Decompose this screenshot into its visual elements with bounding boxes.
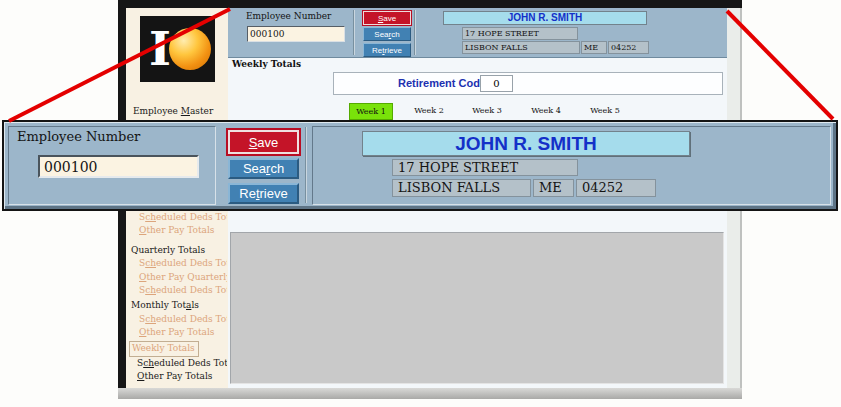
divider [353,10,355,55]
sidebar-item[interactable]: Scheduled Deds Totals [127,284,227,297]
callout-name-address-panel: JOHN R. SMITH 17 HOPE STREET LISBON FALL… [312,126,831,205]
sidebar-item[interactable]: Monthly Totals [127,299,227,312]
callout-button-column: SaveSearchRetrieve [228,130,299,204]
employee-number-label: Employee Number [246,11,331,21]
retirement-code-label: Retirement Code [398,77,486,89]
retrieve-button[interactable]: Retrieve [228,183,299,204]
divider [414,10,416,55]
sidebar-item[interactable]: Other Pay Totals [127,224,227,237]
header-button-column: SaveSearchRetrieve [363,11,411,57]
sidebar-item[interactable]: Scheduled Deds Totals [127,257,227,270]
sidebar-item[interactable]: Quarterly Totals [127,244,227,257]
connector-line-right [727,11,833,119]
app-logo: I [140,16,215,82]
sidebar-item[interactable]: Other Pay Quarterly Tota [127,271,227,284]
sidebar-item[interactable]: Other Pay Totals [127,370,227,383]
employee-number-label: Employee Number [17,129,140,144]
tab-week-1[interactable]: Week 1 [349,103,393,120]
retirement-code-input[interactable] [480,75,513,92]
employee-header-panel: Employee Number SaveSearchRetrieve JOHN … [228,8,727,58]
sidebar-item[interactable]: Scheduled Deds Totals [127,211,227,224]
retirement-code-box: Retirement Code [333,72,723,95]
address-zip-display: 04252 [608,41,649,54]
address-street-display: 17 HOPE STREET [392,159,578,176]
sidebar-item[interactable]: Scheduled Deds Totals [127,357,227,370]
address-city-display: LISBON FALLS [462,41,580,54]
zoom-callout: Employee Number SaveSearchRetrieve JOHN … [2,120,838,211]
save-button[interactable]: Save [228,130,299,154]
address-state-display: ME [581,41,607,54]
logo-sphere-icon [169,28,211,70]
address-zip-display: 04252 [576,179,656,197]
sidebar-item[interactable]: Other Pay Totals [127,326,227,339]
sidebar-item[interactable]: Weekly Totals [127,341,227,357]
tab-week-2[interactable]: Week 2 [407,106,451,115]
callout-employee-number-panel: Employee Number [8,126,216,205]
window-border-top [118,0,742,8]
section-title: Weekly Totals [232,59,301,69]
sidebar-item-employee-master[interactable]: Employee Master [133,106,213,116]
tab-week-4[interactable]: Week 4 [524,106,568,115]
retrieve-button[interactable]: Retrieve [363,43,411,57]
totals-content-panel [230,232,724,384]
address-street-display: 17 HOPE STREET [462,27,578,40]
employee-name-display: JOHN R. SMITH [443,11,647,25]
search-button[interactable]: Search [228,158,299,179]
screenshot-root: I Employee Master Scheduled Deds TotalsO… [0,0,841,407]
employee-number-input[interactable] [38,155,199,178]
employee-name-display: JOHN R. SMITH [362,131,690,156]
tab-week-3[interactable]: Week 3 [465,106,509,115]
search-button[interactable]: Search [363,27,411,41]
window-border-bottom [118,388,742,399]
week-tabs: Week 1Week 2Week 3Week 4Week 5 [349,103,639,120]
sidebar-item-focus-box: Weekly Totals [129,341,199,357]
save-button[interactable]: Save [363,11,411,25]
divider [305,127,307,203]
tab-week-5[interactable]: Week 5 [583,106,627,115]
logo-letter-i: I [149,20,171,78]
employee-number-input[interactable] [247,26,345,42]
sidebar-item[interactable]: Scheduled Deds Totals [127,313,227,326]
sidebar-nav-list: Scheduled Deds TotalsOther Pay TotalsQua… [127,211,227,384]
address-city-display: LISBON FALLS [392,179,531,197]
address-state-display: ME [533,179,574,197]
